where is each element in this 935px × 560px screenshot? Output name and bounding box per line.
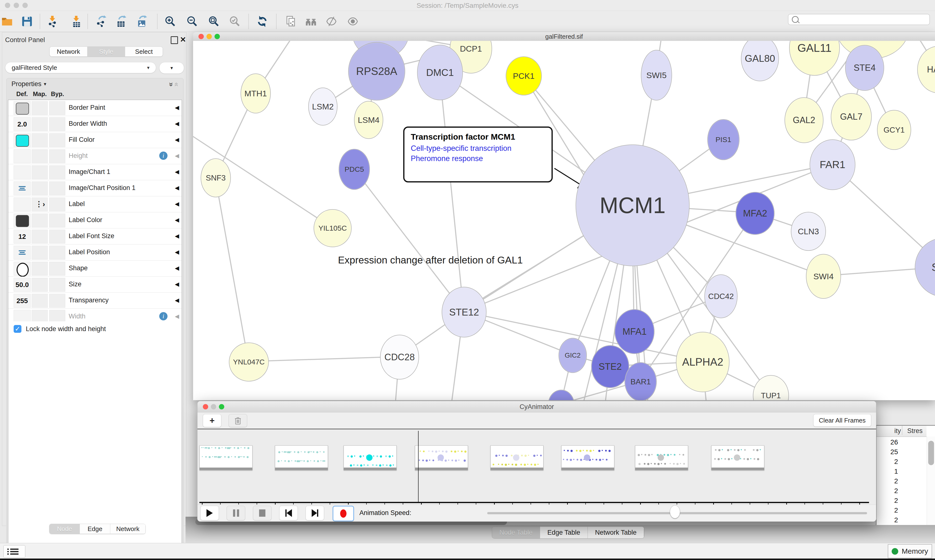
network-node-lsm2[interactable]: LSM2 <box>308 88 338 126</box>
pause-button[interactable] <box>227 506 245 520</box>
network-node-gic2[interactable]: GIC2 <box>559 338 587 373</box>
network-node-dmc1[interactable]: DMC1 <box>417 45 463 100</box>
network-node-mth1[interactable]: MTH1 <box>241 74 271 113</box>
search-input[interactable] <box>788 14 930 25</box>
tab-network[interactable]: Network <box>50 47 87 57</box>
refresh-layout-icon[interactable] <box>255 14 269 28</box>
byp-cell[interactable] <box>49 197 65 211</box>
ellipse-shape-icon[interactable] <box>17 263 29 277</box>
property-row-label-font-size[interactable]: 12Label Font Size◀ <box>8 228 182 245</box>
def-cell[interactable]: 50.0 <box>14 278 31 292</box>
table-cell-value[interactable]: 2 <box>876 497 898 505</box>
collapse-row-icon[interactable]: ◀ <box>175 313 179 320</box>
property-row-border-width[interactable]: 2.0Border Width◀ <box>8 116 182 132</box>
frame-thumbnail-8[interactable] <box>711 445 764 470</box>
tab-edge[interactable]: Edge <box>80 524 110 534</box>
tab-network-style[interactable]: Network <box>110 524 145 534</box>
close-panel-icon[interactable]: ✕ <box>180 35 186 44</box>
zoom-in-icon[interactable] <box>163 14 177 28</box>
collapse-row-icon[interactable]: ◀ <box>175 137 179 143</box>
map-cell[interactable]: ⋮› <box>32 197 48 211</box>
def-cell[interactable] <box>14 262 31 275</box>
open-session-icon[interactable] <box>0 14 14 28</box>
position-icon[interactable] <box>19 250 26 255</box>
frame-thumbnail-5[interactable] <box>491 445 543 470</box>
network-node-bar1[interactable]: BAR1 <box>625 362 657 400</box>
map-cell[interactable] <box>32 133 48 147</box>
network-node-ste2[interactable]: STE2 <box>591 345 629 388</box>
property-row-height[interactable]: Heighti◀ <box>8 148 182 164</box>
map-cell[interactable] <box>32 101 48 115</box>
map-cell[interactable] <box>32 117 48 131</box>
def-cell[interactable]: 12 <box>14 230 31 243</box>
frame-thumbnail-2[interactable] <box>275 445 328 470</box>
style-selector[interactable]: galFiltered Style ▾ <box>5 62 156 73</box>
collapse-all-icon[interactable]: « <box>173 83 181 86</box>
map-cell[interactable] <box>32 246 48 260</box>
show-all-icon[interactable] <box>346 14 360 28</box>
map-cell[interactable] <box>32 182 48 195</box>
import-network-icon[interactable] <box>46 14 60 28</box>
table-column-stress[interactable]: Stres <box>903 427 926 435</box>
network-node-gal2[interactable]: GAL2 <box>785 97 824 143</box>
network-node-pdc5[interactable]: PDC5 <box>339 149 370 190</box>
export-table-icon[interactable] <box>114 14 128 28</box>
property-row-shape[interactable]: Shape◀ <box>8 260 182 277</box>
table-cell-value[interactable]: 25 <box>876 448 898 456</box>
collapse-row-icon[interactable]: ◀ <box>175 281 179 288</box>
info-icon[interactable]: i <box>159 152 168 160</box>
network-node-swi5[interactable]: SWI5 <box>641 50 672 100</box>
clear-all-frames-button[interactable]: Clear All Frames <box>813 414 871 427</box>
table-cell-value[interactable]: 2 <box>876 458 898 466</box>
byp-cell[interactable] <box>49 294 65 308</box>
network-node-mcm1[interactable]: MCM1 <box>576 145 690 266</box>
byp-cell[interactable] <box>49 278 65 292</box>
def-cell[interactable]: 255 <box>14 294 31 308</box>
network-node-gal11[interactable]: GAL11 <box>789 41 840 75</box>
zoom-fit-icon[interactable] <box>207 14 221 28</box>
map-cell[interactable] <box>32 278 48 292</box>
property-row-border-paint[interactable]: Border Paint◀ <box>8 100 182 116</box>
network-node-mfa2[interactable]: MFA2 <box>736 192 775 235</box>
first-neighbors-icon[interactable] <box>304 14 318 28</box>
show-panels-button[interactable] <box>3 545 25 558</box>
network-node-mfa1[interactable]: MFA1 <box>614 309 654 354</box>
network-node-gcy1[interactable]: GCY1 <box>877 110 911 150</box>
clone-network-icon[interactable] <box>284 14 298 28</box>
network-node-gal80[interactable]: GAL80 <box>741 41 779 81</box>
network-node-ynl047c[interactable]: YNL047C <box>229 343 269 382</box>
add-frame-button[interactable]: + <box>203 414 221 427</box>
byp-cell[interactable] <box>49 117 65 131</box>
collapse-row-icon[interactable]: ◀ <box>175 201 179 207</box>
property-row-transparency[interactable]: 255Transparency◀ <box>8 293 182 309</box>
def-cell[interactable] <box>14 197 31 211</box>
mapping-icon[interactable]: ⋮› <box>35 200 45 208</box>
network-node-rps28a[interactable]: RPS28A <box>348 42 405 100</box>
default-value[interactable]: 2.0 <box>14 120 31 128</box>
delete-frame-button[interactable] <box>228 414 247 427</box>
network-node-cdc28[interactable]: CDC28 <box>380 335 419 380</box>
properties-caret-icon[interactable]: ▾ <box>44 81 46 87</box>
collapse-row-icon[interactable]: ◀ <box>175 249 179 255</box>
tab-network-table[interactable]: Network Table <box>588 527 644 538</box>
collapse-row-icon[interactable]: ◀ <box>175 233 179 239</box>
tab-node[interactable]: Node <box>49 524 80 534</box>
network-node-slt2[interactable]: SLT2 <box>915 238 935 297</box>
network-node-hap2[interactable]: HAP2 <box>917 46 935 93</box>
table-cell-value[interactable]: 2 <box>876 506 898 514</box>
frame-thumbnail-4[interactable] <box>415 445 468 470</box>
network-node-gal7[interactable]: GAL7 <box>831 93 872 140</box>
default-value[interactable]: 12 <box>14 233 31 241</box>
network-caption[interactable]: Expression change after deletion of GAL1 <box>338 254 523 266</box>
collapse-row-icon[interactable]: ◀ <box>175 217 179 223</box>
byp-cell[interactable] <box>49 101 65 115</box>
def-cell[interactable] <box>14 182 31 195</box>
network-node-bottomcut[interactable] <box>548 390 574 400</box>
network-node-pck1[interactable]: PCK1 <box>506 57 542 95</box>
table-vscrollbar[interactable] <box>927 437 935 525</box>
tab-select[interactable]: Select <box>125 47 163 57</box>
stop-button[interactable] <box>253 506 272 520</box>
zoom-out-icon[interactable] <box>185 14 199 28</box>
byp-cell[interactable] <box>49 246 65 260</box>
default-swatch[interactable] <box>16 103 29 115</box>
